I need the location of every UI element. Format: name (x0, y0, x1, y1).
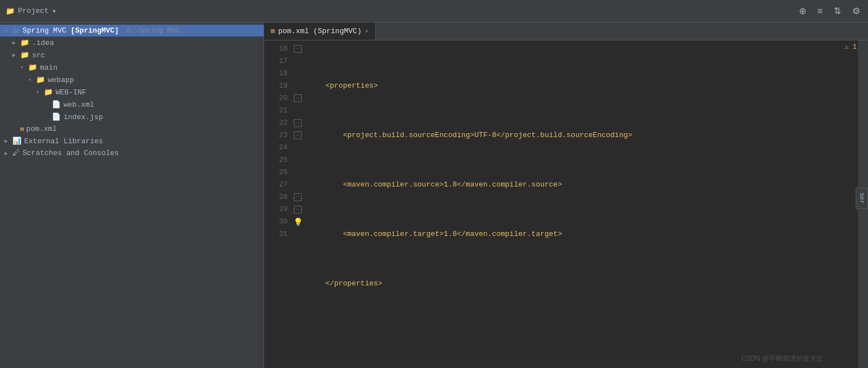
gutter: − − − − (292, 40, 303, 368)
tab-bar: m pom.xml (SpringMVC) × (264, 22, 868, 40)
fold-icon-29[interactable]: − (294, 206, 302, 213)
gutter-line-21 (292, 105, 303, 117)
folder-icon: 📁 (36, 75, 45, 84)
sidebar-item-scratches[interactable]: ▶ 🖊 Scratches and Consoles (0, 147, 263, 159)
toolbar-icons: ⊕ ≡ ⇅ ⚙ (797, 4, 862, 17)
line-numbers: 16 17 18 19 20 21 22 23 24 25 26 27 28 2… (264, 40, 292, 368)
arrow-icon: ▾ (28, 76, 36, 83)
sidebar-item-label: pom.xml (26, 125, 57, 133)
arrow-icon: ▶ (4, 138, 12, 144)
gutter-line-31 (292, 228, 303, 240)
sidebar-item-spring-mvc-root[interactable]: ▾ 🗂 Spring MVC [SpringMVC] D:\Spring MVC (0, 25, 263, 37)
code-line-17: <project.build.sourceEncoding>UTF-8</pro… (303, 129, 858, 142)
folder-icon: 📁 (20, 51, 29, 60)
fold-icon-22[interactable]: − (294, 119, 302, 127)
gutter-line-22[interactable]: − (292, 117, 303, 129)
editor-body[interactable]: ⚠ 1 16 17 18 19 20 21 22 23 24 25 26 27 … (264, 40, 868, 368)
code-line-18: <maven.compiler.source>1.8</maven.compil… (303, 179, 858, 191)
code-content-17: <project.build.sourceEncoding>UTF-8</pro… (308, 129, 632, 142)
fold-icon-20[interactable]: − (294, 94, 302, 102)
target-icon-button[interactable]: ⊕ (797, 4, 808, 17)
line-num-17: 17 (264, 55, 288, 67)
line-num-27: 27 (264, 179, 288, 191)
sidebar-item-webapp[interactable]: ▾ 📁 webapp (0, 74, 263, 86)
sidebar-item-main[interactable]: ▾ 📁 main (0, 61, 263, 74)
code-line-19: <maven.compiler.target>1.8</maven.compil… (303, 228, 858, 240)
sidebar-item-src[interactable]: ▶ 📁 src (0, 49, 263, 61)
sidebar-item-label: main (40, 63, 57, 72)
sidebar-item-label: .idea (32, 39, 54, 47)
fold-icon-23[interactable]: − (294, 131, 302, 139)
arrow-icon (12, 126, 20, 132)
code-line-16: <properties> (303, 80, 858, 92)
gutter-line-24 (292, 142, 303, 154)
gutter-line-17 (292, 55, 303, 67)
arrow-icon: ▾ (36, 89, 44, 96)
line-num-18: 18 (264, 67, 288, 80)
arrow-icon: ▾ (4, 28, 12, 34)
sidebar-item-pom-xml[interactable]: m pom.xml (0, 123, 263, 135)
watermark: CSDN @不断前进的皮卡丘 (741, 354, 823, 364)
sidebar-item-label: Scratches and Consoles (22, 149, 119, 157)
fold-icon-16[interactable]: − (294, 45, 302, 53)
sidebar-item-label: Spring MVC [SpringMVC] D:\Spring MVC (22, 26, 179, 35)
line-num-21: 21 (264, 105, 288, 117)
gutter-line-23[interactable]: − (292, 129, 303, 142)
line-num-22: 22 (264, 117, 288, 129)
line-num-29: 29 (264, 203, 288, 216)
gutter-line-20[interactable]: − (292, 92, 303, 105)
sidebar-item-label: External Libraries (24, 137, 103, 146)
sidebar-item-label: index.jsp (63, 113, 103, 121)
gutter-line-16[interactable]: − (292, 43, 303, 55)
line-num-19: 19 (264, 80, 288, 92)
gutter-line-19 (292, 80, 303, 92)
tab-pom-xml[interactable]: m pom.xml (SpringMVC) × (264, 22, 376, 40)
line-num-26: 26 (264, 166, 288, 179)
arrow-icon: ▶ (4, 150, 12, 157)
code-content-20: </properties> (308, 278, 383, 290)
project-selector[interactable]: 📁 Project ▾ (6, 7, 56, 16)
sidebar-item-label: WEB-INF (56, 88, 87, 97)
tab-file-icon: m (271, 28, 275, 35)
project-path: D:\Spring MVC (126, 27, 179, 35)
sidebar-item-external-libs[interactable]: ▶ 📊 External Libraries (0, 135, 263, 147)
csdn-floating-button[interactable]: Ser (856, 188, 868, 209)
sidebar-item-idea[interactable]: ▶ 📁 .idea (0, 37, 263, 49)
arrow-icon: ▶ (12, 52, 20, 58)
sort-icon-button[interactable]: ⇅ (831, 4, 843, 17)
project-dropdown-arrow[interactable]: ▾ (52, 7, 57, 16)
code-content-16: <properties> (308, 80, 378, 92)
code-area[interactable]: <properties> <project.build.sourceEncodi… (303, 40, 858, 368)
line-num-23: 23 (264, 129, 288, 142)
main-layout: ▾ 🗂 Spring MVC [SpringMVC] D:\Spring MVC… (0, 22, 868, 368)
line-num-28: 28 (264, 191, 288, 203)
xml-file-icon: 📄 (52, 100, 61, 109)
folder-icon: 📁 (20, 38, 29, 47)
fold-icon-28[interactable]: − (294, 193, 302, 201)
warning-badge: ⚠ 1 (844, 43, 857, 51)
arrow-icon: ▶ (12, 39, 20, 46)
code-line-21 (303, 327, 858, 339)
line-num-20: 20 (264, 92, 288, 105)
sidebar: ▾ 🗂 Spring MVC [SpringMVC] D:\Spring MVC… (0, 22, 264, 368)
sidebar-item-label: webapp (48, 76, 74, 84)
gutter-line-30[interactable]: 💡 (292, 216, 303, 228)
gear-icon-button[interactable]: ⚙ (850, 4, 862, 17)
gutter-line-27 (292, 179, 303, 191)
gutter-line-28[interactable]: − (292, 191, 303, 203)
sidebar-item-web-inf[interactable]: ▾ 📁 WEB-INF (0, 86, 263, 98)
tab-close-button[interactable]: × (365, 28, 369, 35)
arrow-icon: ▾ (20, 64, 28, 71)
line-num-25: 25 (264, 154, 288, 166)
sidebar-item-web-xml[interactable]: 📄 web.xml (0, 98, 263, 111)
line-num-24: 24 (264, 142, 288, 154)
arrow-icon (44, 102, 52, 108)
lightbulb-icon[interactable]: 💡 (293, 217, 303, 227)
code-content-18: <maven.compiler.source>1.8</maven.compil… (308, 179, 562, 191)
tab-label: pom.xml (SpringMVC) (278, 27, 361, 35)
list-icon-button[interactable]: ≡ (815, 5, 825, 17)
line-num-30: 30 (264, 216, 288, 228)
sidebar-item-index-jsp[interactable]: 📄 index.jsp (0, 111, 263, 123)
code-line-20: </properties> (303, 278, 858, 290)
gutter-line-29[interactable]: − (292, 203, 303, 216)
